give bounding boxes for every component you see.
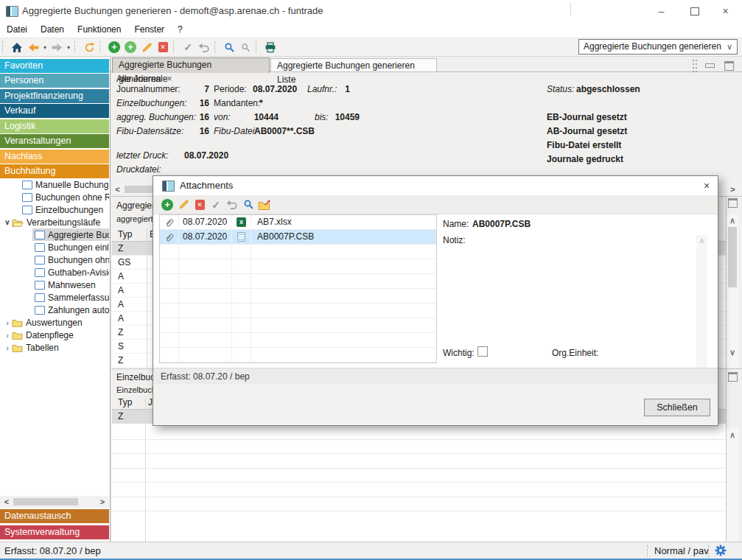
periode-label: Periode: <box>214 84 247 94</box>
menu-datei[interactable]: Datei <box>0 22 34 38</box>
chevron-collapsed-icon[interactable]: › <box>3 331 12 340</box>
settings-gear-icon[interactable] <box>715 545 727 559</box>
search-button[interactable] <box>221 39 237 55</box>
undo-button[interactable] <box>224 197 240 213</box>
tree-item-buchungen-einlesen[interactable]: Buchungen einlese <box>0 241 109 253</box>
lower-vertical-scrollbar[interactable] <box>727 427 738 542</box>
sidebar-module-datenaustausch[interactable]: Datenaustausch <box>0 509 109 523</box>
sidebar-module-personen[interactable]: Personen <box>0 74 109 88</box>
column-typ[interactable]: Typ <box>118 397 132 407</box>
tree-item-guthaben-avisierung[interactable]: Guthaben-Avisieru <box>0 266 109 279</box>
delete-attachment-button[interactable]: ✕ <box>192 197 208 213</box>
view-selector-combobox[interactable]: Aggregierte Buchungen generieren ∨ <box>578 39 738 55</box>
menu-funktionen[interactable]: Funktionen <box>71 22 127 38</box>
scroll-right-button[interactable]: > <box>97 496 108 508</box>
scroll-left-button[interactable]: < <box>1 496 12 508</box>
back-history-caret[interactable]: ▾ <box>41 44 49 51</box>
empty-row <box>160 304 436 318</box>
tree-item-einzelbuchungen[interactable]: Einzelbuchungen <box>0 203 109 216</box>
forward-history-caret[interactable]: ▾ <box>65 44 72 51</box>
attachment-row[interactable]: 08.07.2020 x AB7.xlsx <box>160 215 436 230</box>
scrollbar-thumb[interactable] <box>728 227 737 287</box>
tree-item-zahlungen-automatisch[interactable]: Zahlungen automat <box>0 304 109 316</box>
undo-icon <box>226 200 238 209</box>
scroll-up-button[interactable]: ∧ <box>727 429 738 439</box>
tree-folder-verarbeitungslaeufe[interactable]: ∨Verarbeitungsläufe <box>0 216 109 228</box>
search-button[interactable] <box>240 197 256 213</box>
chevron-collapsed-icon[interactable]: › <box>3 343 12 352</box>
tab-close-icon[interactable]: × <box>167 74 172 84</box>
fibu-datensaetze-value: 16 <box>177 126 209 136</box>
edit-attachment-button[interactable] <box>175 197 192 213</box>
statusbar-mode: Normal / pav <box>654 545 709 556</box>
tree-item-buchungen-ohne-referenz[interactable]: Buchungen ohne Refe <box>0 191 109 203</box>
add-button[interactable]: + <box>106 39 122 55</box>
tree-folder-auswertungen[interactable]: ›Auswertungen <box>0 316 109 329</box>
maximize-icon <box>690 7 699 15</box>
delete-button[interactable]: ✕ <box>155 39 171 55</box>
undo-button[interactable] <box>196 39 212 55</box>
chevron-collapsed-icon[interactable]: › <box>3 318 12 327</box>
sidebar-module-nachlass[interactable]: Nachlass <box>0 150 109 164</box>
attachment-row-selected[interactable]: 08.07.2020 AB0007P.CSB <box>160 230 436 245</box>
lower-table-body <box>112 410 726 542</box>
tab-options-icon[interactable] <box>692 59 698 72</box>
scrollbar-thumb[interactable] <box>13 498 78 505</box>
search-secondary-button[interactable] <box>237 39 253 55</box>
notiz-textarea[interactable] <box>443 247 693 343</box>
toolbar-grip <box>214 41 219 53</box>
panel-layout-icon[interactable] <box>728 198 738 208</box>
sidebar-module-systemverwaltung[interactable]: Systemverwaltung <box>0 525 109 539</box>
panel-layout-icon[interactable] <box>728 372 738 382</box>
collapse-panel-icon[interactable] <box>705 63 715 68</box>
table-gridline <box>112 482 726 483</box>
tree-folder-tabellen[interactable]: ›Tabellen <box>0 341 109 354</box>
name-label: Name: <box>443 219 469 229</box>
tree-item-aggregierte-buchungen[interactable]: Aggregierte Buchun <box>0 228 109 241</box>
back-button[interactable] <box>25 39 41 55</box>
app-icon <box>162 181 175 192</box>
column-divider <box>147 228 147 368</box>
confirm-button[interactable]: ✓ <box>208 197 224 213</box>
edit-button[interactable] <box>139 39 155 55</box>
tree-folder-datenpflege[interactable]: ›Datenpflege <box>0 329 109 341</box>
tree-item-buchungen-ohne-r[interactable]: Buchungen ohne R <box>0 253 109 266</box>
dialog-close-icon[interactable]: × <box>696 176 718 195</box>
menu-daten[interactable]: Daten <box>34 22 71 38</box>
sidebar-module-logistik[interactable]: Logistik <box>0 119 109 133</box>
sidebar-module-buchhaltung[interactable]: Buchhaltung <box>0 164 109 178</box>
menu-help[interactable]: ? <box>171 22 189 38</box>
schliessen-button[interactable]: Schließen <box>644 399 710 416</box>
chevron-expanded-icon[interactable]: ∨ <box>3 218 12 226</box>
tree-item-mahnwesen[interactable]: Mahnwesen <box>0 279 109 291</box>
add-attachment-button[interactable]: + <box>159 197 175 213</box>
home-button[interactable] <box>9 39 25 55</box>
wichtig-checkbox[interactable] <box>477 346 488 357</box>
confirm-button[interactable]: ✓ <box>180 39 196 55</box>
open-folder-button[interactable] <box>256 197 273 213</box>
forward-button[interactable] <box>49 39 65 55</box>
sidebar-module-veranstaltungen[interactable]: Veranstaltungen <box>0 134 109 148</box>
print-button[interactable] <box>262 39 279 55</box>
menu-fenster[interactable]: Fenster <box>127 22 171 38</box>
tree-item-sammelerfassung[interactable]: Sammelerfassung S <box>0 291 109 304</box>
sidebar-module-verkauf[interactable]: Verkauf <box>0 104 109 118</box>
scroll-up-button[interactable]: ∧ <box>727 214 738 225</box>
maximize-button[interactable] <box>678 0 711 22</box>
scroll-up-icon[interactable]: ∧ <box>696 237 707 245</box>
sidebar-module-favoriten[interactable]: Favoriten <box>0 59 109 73</box>
tab-aggregierte-buchungen-generieren-liste[interactable]: Aggregierte Buchungen generieren Liste <box>270 58 437 72</box>
scroll-left-button[interactable]: < <box>112 183 123 195</box>
scroll-down-button[interactable]: ∨ <box>727 346 738 357</box>
refresh-button[interactable] <box>81 39 97 55</box>
tree-item-manuelle-buchungen[interactable]: Manuelle Buchungen <box>0 178 109 191</box>
sidebar-module-projektfinanzierung[interactable]: Projektfinanzierung <box>0 89 109 103</box>
tab-aggregierte-buchungen-generieren[interactable]: Aggregierte Buchungen generieren× <box>112 57 270 73</box>
panel-layout-icon[interactable] <box>724 61 734 71</box>
scroll-right-button[interactable]: > <box>727 183 738 195</box>
close-button[interactable]: × <box>709 0 742 22</box>
copy-add-button[interactable]: + <box>122 39 139 55</box>
minimize-button[interactable]: – <box>645 0 678 22</box>
lower-panel-title: Einzelbuc <box>116 372 155 382</box>
column-typ[interactable]: Typ <box>118 229 132 239</box>
